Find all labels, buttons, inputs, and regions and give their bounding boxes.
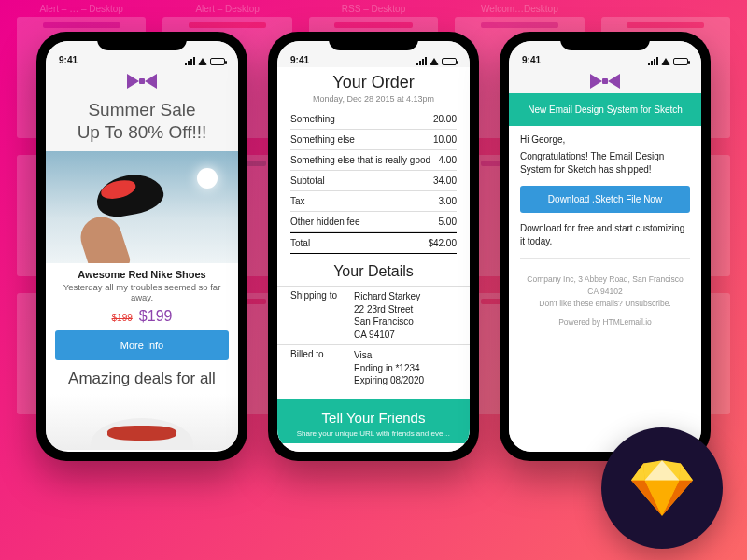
wifi-icon — [430, 58, 439, 65]
more-info-button[interactable]: More Info — [55, 330, 229, 360]
phone-mockup-sale: 9:41 Summer Sale Up To 80% Off!!! Awesom… — [36, 32, 247, 461]
deals-title: Amazing deals for all — [46, 360, 238, 394]
status-icons — [416, 57, 457, 65]
order-date: Monday, Dec 28 2015 at 4.13pm — [277, 94, 470, 109]
bowtie-logo-icon — [509, 67, 701, 93]
message-line-1: Congratulations! The Email Design System… — [509, 150, 701, 180]
svg-marker-7 — [631, 464, 645, 481]
order-total-row: Total$42.00 — [290, 232, 457, 254]
svg-rect-0 — [139, 78, 145, 84]
product-title: Awesome Red Nike Shoes — [46, 263, 238, 280]
phone-mockup-order: 9:41 Your Order Monday, Dec 28 2015 at 4… — [268, 32, 479, 461]
notification-banner: New Email Design System for Sketch — [509, 93, 701, 126]
status-time: 9:41 — [59, 55, 78, 65]
tell-friends-banner[interactable]: Tell Your Friends Share your unique URL … — [277, 399, 470, 443]
phone-notch — [560, 32, 650, 50]
order-table: Something20.00 Something else10.00 Somet… — [277, 109, 470, 254]
order-title: Your Order — [277, 67, 470, 94]
billing-row: Billed to Visa Ending in *1234 Expiring … — [277, 344, 470, 391]
signal-icon — [648, 57, 658, 65]
email-footer: Company Inc, 3 Abbey Road, San Francisco… — [509, 264, 701, 338]
message-line-2: Download for free and start customizing … — [509, 218, 701, 252]
sketch-app-icon — [601, 427, 723, 549]
price-new: $199 — [139, 308, 173, 324]
battery-icon — [673, 58, 688, 65]
status-icons — [648, 57, 688, 65]
wifi-icon — [661, 58, 670, 65]
details-title: Your Details — [277, 254, 470, 286]
phone-mockup-notification: 9:41 New Email Design System for Sketch … — [500, 32, 711, 461]
hero-image — [46, 151, 238, 263]
bowtie-logo-icon — [46, 67, 238, 93]
status-icons — [185, 57, 225, 65]
signal-icon — [185, 57, 195, 65]
price-row: $199 $199 — [46, 306, 238, 330]
shipping-row: Shipping to Richard Starkey 22 23rd Stre… — [277, 286, 470, 344]
product-subtitle: Yesterday all my troubles seemed so far … — [46, 280, 238, 306]
signal-icon — [416, 57, 427, 65]
greeting: Hi George, — [509, 126, 701, 150]
divider — [520, 258, 690, 259]
svg-rect-1 — [602, 78, 608, 84]
wifi-icon — [198, 58, 207, 65]
secondary-image — [46, 394, 238, 450]
svg-marker-8 — [679, 464, 693, 481]
hero-title: Summer Sale Up To 80% Off!!! — [46, 93, 238, 151]
battery-icon — [442, 58, 457, 65]
price-old: $199 — [112, 313, 133, 323]
battery-icon — [210, 58, 225, 65]
phone-notch — [97, 32, 187, 50]
status-time: 9:41 — [522, 55, 541, 65]
phone-notch — [329, 32, 418, 50]
download-button[interactable]: Download .Sketch File Now — [520, 186, 690, 213]
status-time: 9:41 — [290, 55, 309, 65]
